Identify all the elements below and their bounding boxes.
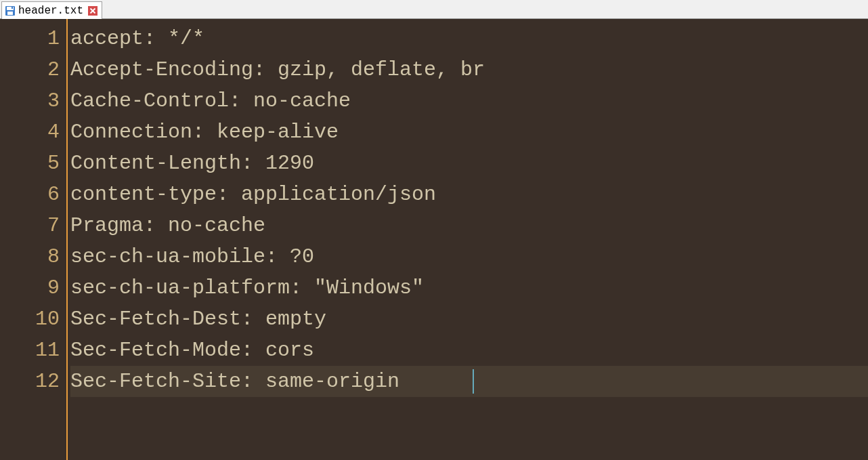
code-line[interactable]: Sec-Fetch-Dest: empty [70, 304, 868, 335]
svg-rect-3 [12, 7, 13, 9]
line-number: 1 [47, 23, 60, 54]
code-line[interactable]: sec-ch-ua-mobile: ?0 [70, 241, 868, 272]
code-line[interactable]: Pragma: no-cache [70, 210, 868, 241]
code-line[interactable]: accept: */* [70, 23, 868, 54]
tab-filename: header.txt [18, 5, 83, 17]
code-line[interactable]: Content-Length: 1290 [70, 148, 868, 179]
line-number: 11 [35, 335, 60, 366]
line-number: 12 [35, 366, 60, 397]
code-line[interactable]: Cache-Control: no-cache [70, 85, 868, 117]
code-line[interactable]: Sec-Fetch-Mode: cors [70, 335, 868, 366]
line-number-gutter: 123456789101112 [0, 19, 68, 460]
tab-bar: header.txt [0, 0, 868, 19]
line-number: 2 [47, 54, 60, 85]
save-icon [5, 5, 16, 16]
line-number: 8 [47, 241, 60, 272]
code-line[interactable]: Connection: keep-alive [70, 117, 868, 148]
editor: 123456789101112 accept: */*Accept-Encodi… [0, 19, 868, 460]
line-number: 4 [47, 117, 60, 148]
line-number: 3 [47, 85, 60, 117]
svg-rect-2 [7, 12, 13, 15]
code-line[interactable]: content-type: application/json [70, 179, 868, 210]
code-line[interactable]: sec-ch-ua-platform: "Windows" [70, 272, 868, 304]
line-number: 10 [35, 304, 60, 335]
line-number: 9 [47, 272, 60, 304]
line-number: 6 [47, 179, 60, 210]
code-line[interactable]: Accept-Encoding: gzip, deflate, br [70, 54, 868, 85]
line-number: 5 [47, 148, 60, 179]
tab-close-button[interactable] [88, 6, 97, 16]
tab-header-txt[interactable]: header.txt [1, 1, 102, 19]
code-line[interactable]: Sec-Fetch-Site: same-origin [70, 366, 868, 397]
editor-content[interactable]: accept: */*Accept-Encoding: gzip, deflat… [68, 19, 868, 460]
line-number: 7 [47, 210, 60, 241]
text-cursor [473, 369, 474, 394]
